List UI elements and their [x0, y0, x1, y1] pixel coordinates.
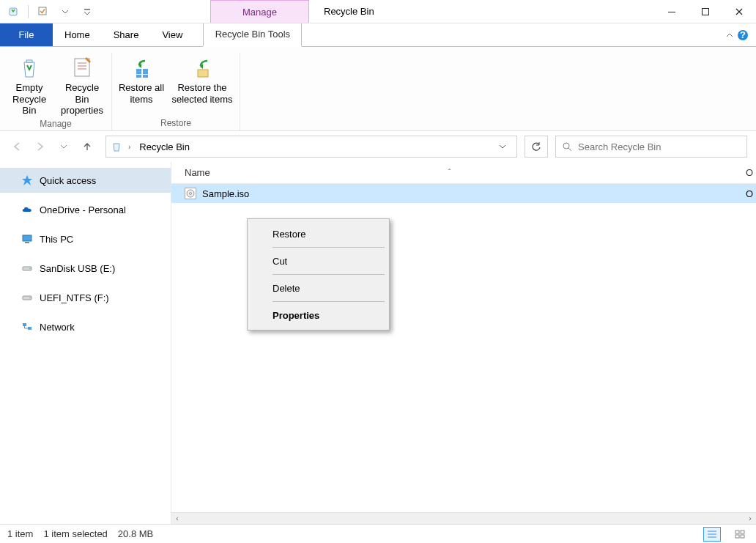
- main-area: Quick access OneDrive - Personal This PC…: [0, 162, 756, 524]
- close-button[interactable]: [722, 0, 756, 23]
- close-icon: [735, 7, 744, 16]
- status-selected-count: 1 item selected: [43, 528, 107, 539]
- forward-button[interactable]: [32, 138, 48, 155]
- context-menu: Restore Cut Delete Properties: [247, 218, 390, 330]
- nav-network[interactable]: Network: [0, 314, 171, 339]
- ribbon-collapse-button[interactable]: [725, 31, 734, 40]
- monitor-icon: [21, 233, 33, 245]
- address-dropdown[interactable]: [499, 143, 512, 150]
- context-label: Manage: [242, 7, 277, 18]
- up-button[interactable]: [79, 138, 95, 155]
- context-menu-delete[interactable]: Delete: [248, 276, 389, 300]
- svg-rect-3: [668, 12, 675, 12]
- address-bar[interactable]: › Recycle Bin: [105, 136, 517, 158]
- status-item-count: 1 item: [7, 528, 33, 539]
- chevron-down-icon: [499, 143, 506, 150]
- search-box[interactable]: [555, 136, 747, 158]
- column-header-other[interactable]: O: [746, 167, 756, 178]
- tab-file[interactable]: File: [0, 23, 53, 46]
- svg-rect-11: [136, 69, 141, 74]
- details-view-button[interactable]: [703, 527, 721, 542]
- context-menu-restore[interactable]: Restore: [248, 222, 389, 245]
- nav-this-pc[interactable]: This PC: [0, 226, 171, 251]
- nav-sandisk-usb[interactable]: SanDisk USB (E:): [0, 256, 171, 281]
- qat-properties-button[interactable]: [34, 4, 52, 20]
- network-icon: [21, 321, 33, 333]
- tab-view[interactable]: View: [150, 23, 194, 46]
- status-size: 20.8 MB: [118, 528, 153, 539]
- recycle-bin-empty-icon: [17, 55, 42, 80]
- ribbon-group-manage: Empty Recycle Bin Recycle Bin properties…: [0, 53, 112, 130]
- breadcrumb-chevron[interactable]: ›: [127, 143, 132, 151]
- svg-rect-13: [136, 75, 141, 78]
- ribbon-body: Empty Recycle Bin Recycle Bin properties…: [0, 47, 756, 131]
- file-row[interactable]: Sample.iso O: [171, 184, 756, 203]
- svg-rect-14: [143, 75, 148, 78]
- qat-divider: [28, 5, 29, 18]
- qat-overflow[interactable]: [78, 4, 96, 20]
- ribbon-group-caption: Manage: [40, 117, 71, 131]
- star-icon: [21, 174, 33, 186]
- large-icons-view-button[interactable]: [731, 527, 749, 542]
- ribbon-tab-row: File Home Share View Recycle Bin Tools ?: [0, 23, 756, 47]
- nav-onedrive[interactable]: OneDrive - Personal: [0, 197, 171, 222]
- qat-dropdown[interactable]: [56, 4, 74, 20]
- ribbon-group-caption: Restore: [160, 116, 191, 130]
- chevron-down-icon: [62, 8, 69, 15]
- column-header-name[interactable]: Name: [185, 167, 448, 178]
- breadcrumb-location[interactable]: Recycle Bin: [136, 141, 193, 152]
- restore-all-items-button[interactable]: Restore all items: [116, 53, 166, 116]
- search-input[interactable]: [578, 141, 741, 152]
- minimize-button[interactable]: [655, 0, 689, 23]
- window-title: Recycle Bin: [309, 0, 655, 23]
- svg-rect-24: [23, 323, 26, 326]
- tab-share[interactable]: Share: [102, 23, 151, 46]
- refresh-button[interactable]: [525, 136, 548, 158]
- maximize-button[interactable]: [689, 0, 722, 23]
- svg-text:?: ?: [740, 29, 746, 40]
- scroll-right-button[interactable]: ›: [744, 514, 756, 524]
- svg-rect-19: [25, 242, 29, 243]
- quick-access-toolbar: [0, 0, 100, 23]
- scroll-track[interactable]: [183, 514, 744, 524]
- svg-rect-18: [23, 235, 32, 241]
- chevron-down-icon: [60, 143, 67, 150]
- titlebar-spacer: [100, 0, 210, 23]
- svg-rect-4: [703, 8, 709, 15]
- drive-icon: [21, 292, 33, 303]
- context-menu-properties[interactable]: Properties: [248, 303, 389, 327]
- tab-home[interactable]: Home: [53, 23, 102, 46]
- status-bar: 1 item 1 item selected 20.8 MB: [0, 524, 756, 543]
- recycle-bin-properties-button[interactable]: Recycle Bin properties: [57, 53, 107, 117]
- large-icons-icon: [735, 530, 745, 539]
- drive-icon: [21, 262, 33, 274]
- tab-recycle-bin-tools[interactable]: Recycle Bin Tools: [203, 23, 302, 47]
- app-icon[interactable]: [4, 4, 22, 20]
- context-menu-separator: [273, 301, 385, 302]
- context-menu-separator: [273, 274, 385, 275]
- horizontal-scrollbar[interactable]: ‹ ›: [171, 512, 756, 524]
- svg-point-21: [29, 268, 31, 270]
- navigation-pane: Quick access OneDrive - Personal This PC…: [0, 162, 171, 524]
- arrow-up-icon: [81, 141, 93, 152]
- ribbon-group-restore: Restore all items Restore the selected i…: [112, 53, 240, 130]
- arrow-right-icon: [34, 141, 46, 152]
- empty-recycle-bin-button[interactable]: Empty Recycle Bin: [4, 53, 54, 117]
- nav-quick-access[interactable]: Quick access: [0, 168, 171, 193]
- recent-locations-button[interactable]: [56, 138, 72, 155]
- help-button[interactable]: ?: [737, 29, 749, 41]
- context-menu-cut[interactable]: Cut: [248, 249, 389, 273]
- restore-selected-items-button[interactable]: Restore the selected items: [169, 53, 235, 116]
- svg-rect-1: [39, 7, 46, 15]
- location-icon: [111, 141, 122, 152]
- scroll-left-button[interactable]: ‹: [171, 514, 183, 524]
- recycle-bin-icon: [7, 6, 19, 18]
- properties-icon: [70, 55, 94, 80]
- window-controls: [655, 0, 756, 23]
- nav-uefi-ntfs[interactable]: UEFI_NTFS (F:): [0, 285, 171, 310]
- back-button[interactable]: [9, 138, 25, 155]
- bar-chevron-icon: [84, 8, 91, 15]
- maximize-icon: [701, 7, 710, 16]
- context-menu-separator: [273, 247, 385, 248]
- svg-rect-12: [143, 69, 148, 74]
